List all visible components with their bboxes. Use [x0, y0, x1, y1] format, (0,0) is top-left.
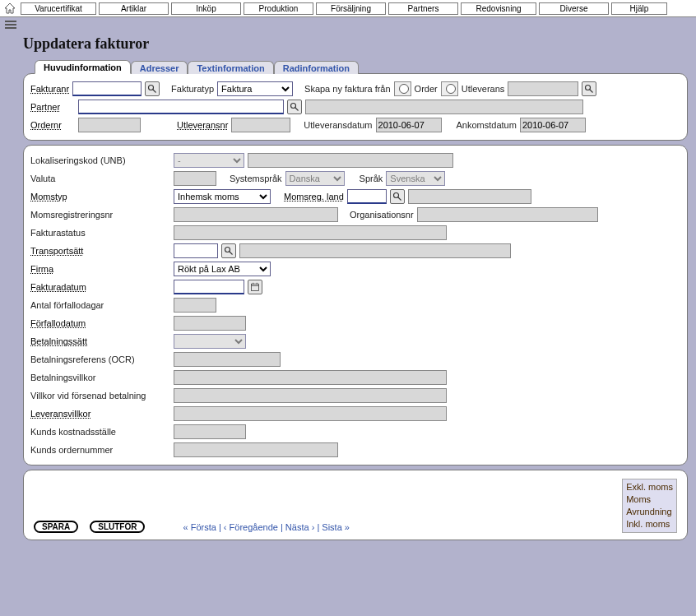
- disabled-momsregland-name: [408, 189, 531, 204]
- lbl-betref: Betalningsreferens (OCR): [30, 354, 170, 364]
- lbl-ankomstdatum: Ankomstdatum: [457, 120, 517, 130]
- lbl-valuta: Valuta: [30, 174, 170, 183]
- search-ref-icon[interactable]: [582, 81, 596, 96]
- lbl-skapa-ny-faktura: Skapa ny faktura från: [304, 84, 391, 94]
- search-fakturanr-icon[interactable]: [145, 81, 160, 96]
- lbl-forfallodatum: Förfallodatum: [30, 318, 170, 328]
- select-sprak: Svenska: [386, 171, 445, 186]
- disabled-antal: [174, 298, 216, 313]
- svg-point-0: [149, 86, 154, 90]
- disabled-villkorforsenad: [174, 388, 447, 403]
- tab-huvudinformation[interactable]: Huvudinformation: [35, 60, 131, 74]
- disabled-momsregnr: [174, 207, 338, 222]
- select-firma[interactable]: Rökt på Lax AB: [174, 262, 271, 276]
- tab-textinformation[interactable]: Textinformation: [188, 61, 273, 74]
- svg-point-6: [393, 193, 398, 198]
- totals-moms: Moms: [626, 493, 673, 506]
- lbl-utleverans: Utleverans: [462, 84, 505, 94]
- menu-partners[interactable]: Partners: [388, 2, 458, 15]
- svg-line-3: [590, 90, 593, 93]
- disabled-partner-name: [305, 100, 583, 114]
- input-partner[interactable]: [78, 100, 284, 114]
- lbl-momsregnr: Momsregistreringsnr: [30, 210, 170, 220]
- menu-artiklar[interactable]: Artiklar: [99, 2, 169, 15]
- lbl-momsregland: Momsreg. land: [284, 192, 344, 201]
- select-fakturatyp[interactable]: Faktura: [217, 81, 293, 96]
- disabled-ordernr: [78, 118, 141, 132]
- radio-order[interactable]: [399, 84, 409, 94]
- disabled-orgnr: [417, 207, 598, 222]
- menu-inkop[interactable]: Inköp: [171, 2, 241, 15]
- input-fakturadatum[interactable]: [174, 280, 244, 294]
- totals-box: Exkl. moms Moms Avrundning Inkl. moms: [622, 479, 677, 533]
- hamburger-icon[interactable]: [5, 18, 20, 31]
- search-transportsatt-icon[interactable]: [221, 243, 236, 258]
- disabled-lokkod-desc: [248, 153, 453, 168]
- svg-line-9: [230, 252, 233, 255]
- svg-point-4: [291, 104, 296, 109]
- menu-varucertifikat[interactable]: Varucertifikat: [21, 2, 96, 15]
- lbl-utleveransnr: Utleveransnr: [177, 120, 228, 130]
- tab-radinformation[interactable]: Radinformation: [274, 61, 359, 74]
- pager-prev[interactable]: ‹ Föregående: [224, 522, 278, 532]
- lbl-fakturadatum: Fakturadatum: [30, 282, 170, 292]
- menu-diverse[interactable]: Diverse: [539, 2, 609, 15]
- page-title: Uppdatera fakturor: [23, 35, 688, 53]
- lbl-orgnr: Organisationsnr: [350, 210, 414, 220]
- lbl-fakturanr: Fakturanr: [30, 84, 69, 94]
- svg-line-7: [398, 197, 401, 201]
- disabled-kundskost: [174, 424, 246, 439]
- lbl-partner: Partner: [30, 102, 75, 112]
- disabled-fakturastatus: [174, 225, 447, 240]
- lbl-ordernr: Ordernr: [30, 120, 75, 130]
- disabled-betvillkor: [174, 370, 447, 385]
- menu-produktion[interactable]: Produktion: [244, 2, 313, 15]
- finish-button[interactable]: SLUTFÖR: [90, 521, 145, 533]
- radio-order-wrap[interactable]: [394, 81, 411, 96]
- calendar-icon[interactable]: [248, 280, 262, 294]
- tab-row: Huvudinformation Adresser Textinformatio…: [35, 59, 688, 73]
- lbl-villkorforsenad: Villkor vid försenad betalning: [30, 391, 170, 401]
- top-menu-bar: Varucertifikat Artiklar Inköp Produktion…: [0, 0, 696, 17]
- select-betalningssatt: [174, 334, 246, 349]
- disabled-kundsord: [174, 442, 338, 457]
- search-partner-icon[interactable]: [287, 100, 302, 114]
- lbl-utleveransdatum: Utleveransdatum: [304, 120, 372, 130]
- tab-adresser[interactable]: Adresser: [131, 61, 188, 74]
- save-button[interactable]: SPARA: [34, 521, 78, 533]
- input-fakturanr[interactable]: [72, 81, 142, 96]
- lbl-levvillkor: Leveransvillkor: [30, 409, 170, 419]
- totals-avr: Avrundning: [626, 506, 673, 518]
- input-transportsatt[interactable]: [174, 243, 218, 258]
- totals-inkl: Inkl. moms: [626, 518, 673, 530]
- pager: « Första | ‹ Föregående | Nästa › | Sist…: [183, 522, 349, 532]
- radio-utleverans-wrap[interactable]: [441, 81, 458, 96]
- menu-forsaljning[interactable]: Försäljning: [316, 2, 386, 15]
- lbl-systemsprak: Systemspråk: [230, 174, 282, 183]
- totals-exkl: Exkl. moms: [626, 481, 673, 493]
- lbl-kundsord: Kunds ordernummer: [30, 445, 170, 455]
- menu-redovisning[interactable]: Redovisning: [461, 2, 536, 15]
- svg-line-1: [153, 90, 156, 93]
- lbl-momstyp: Momstyp: [30, 192, 170, 201]
- lbl-kundskost: Kunds kostnadsställe: [30, 427, 170, 437]
- section-invoice-details: Lokaliseringskod (UNB) - Valuta Systemsp…: [23, 145, 688, 465]
- input-momsregland[interactable]: [347, 189, 387, 204]
- select-momstyp[interactable]: Inhemsk moms: [174, 189, 271, 204]
- pager-last[interactable]: Sista »: [322, 522, 350, 532]
- disabled-utleveransnr: [231, 118, 290, 132]
- disabled-ankomstdatum: 2010-06-07: [520, 118, 586, 132]
- select-systemsprak: Danska: [285, 171, 345, 186]
- pager-next[interactable]: Nästa ›: [285, 522, 314, 532]
- pager-first[interactable]: « Första: [183, 522, 216, 532]
- lbl-fakturatyp: Fakturatyp: [171, 84, 214, 94]
- lbl-fakturastatus: Fakturastatus: [30, 228, 170, 238]
- menu-hjalp[interactable]: Hjälp: [611, 2, 667, 15]
- radio-utleverans[interactable]: [446, 84, 456, 94]
- home-icon[interactable]: [3, 2, 18, 15]
- select-lokkod: -: [174, 153, 244, 168]
- lbl-antal: Antal förfallodagar: [30, 300, 170, 310]
- svg-point-8: [225, 248, 230, 252]
- search-momsregland-icon[interactable]: [390, 189, 405, 204]
- disabled-transportsatt-name: [239, 243, 511, 258]
